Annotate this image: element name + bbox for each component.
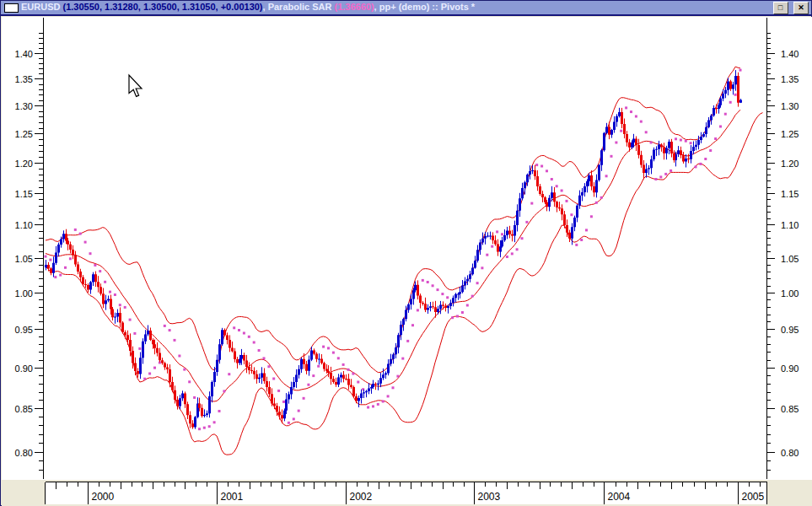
- svg-text:2005: 2005: [742, 491, 765, 503]
- system-menu-icon[interactable]: [4, 3, 19, 13]
- svg-text:0.90: 0.90: [781, 363, 799, 374]
- x-axis[interactable]: [46, 482, 767, 505]
- maximize-button[interactable]: □: [773, 2, 788, 14]
- svg-text:1.10: 1.10: [781, 220, 799, 230]
- chart-canvas[interactable]: 0.800.800.850.850.900.900.950.951.001.00…: [2, 17, 812, 506]
- close-button[interactable]: ✕: [793, 2, 809, 14]
- svg-text:1.30: 1.30: [15, 101, 33, 111]
- svg-text:1.00: 1.00: [781, 288, 799, 299]
- svg-text:2003: 2003: [478, 491, 501, 503]
- svg-text:0.95: 0.95: [781, 325, 799, 335]
- svg-text:2002: 2002: [350, 491, 373, 503]
- svg-text:1.25: 1.25: [781, 129, 799, 139]
- chart-window: EURUSD (1.30550, 1.31280, 1.30500, 1.310…: [0, 0, 812, 506]
- svg-text:1.35: 1.35: [15, 74, 33, 84]
- svg-text:2000: 2000: [92, 491, 115, 503]
- svg-text:0.90: 0.90: [15, 363, 33, 374]
- svg-text:1.00: 1.00: [15, 288, 33, 299]
- svg-text:0.85: 0.85: [781, 404, 799, 414]
- svg-text:1.20: 1.20: [781, 159, 799, 169]
- svg-text:1.05: 1.05: [781, 254, 799, 264]
- svg-text:1.15: 1.15: [15, 189, 33, 199]
- svg-text:1.05: 1.05: [15, 254, 33, 264]
- svg-text:0.95: 0.95: [15, 325, 33, 335]
- svg-text:1.40: 1.40: [15, 49, 33, 59]
- svg-text:1.15: 1.15: [781, 189, 799, 199]
- svg-text:1.30: 1.30: [781, 101, 799, 111]
- svg-text:0.85: 0.85: [15, 404, 33, 414]
- svg-text:0.80: 0.80: [781, 448, 799, 458]
- svg-text:0.80: 0.80: [15, 448, 33, 458]
- svg-text:1.20: 1.20: [15, 159, 33, 169]
- window-title: EURUSD (1.30550, 1.31280, 1.30500, 1.310…: [21, 2, 475, 12]
- svg-text:1.10: 1.10: [15, 220, 33, 230]
- title-bar[interactable]: EURUSD (1.30550, 1.31280, 1.30500, 1.310…: [1, 1, 811, 16]
- svg-text:1.40: 1.40: [781, 49, 799, 59]
- svg-text:2004: 2004: [608, 491, 631, 503]
- svg-text:1.35: 1.35: [781, 74, 799, 84]
- svg-text:1.25: 1.25: [15, 129, 33, 139]
- svg-text:2001: 2001: [221, 491, 244, 503]
